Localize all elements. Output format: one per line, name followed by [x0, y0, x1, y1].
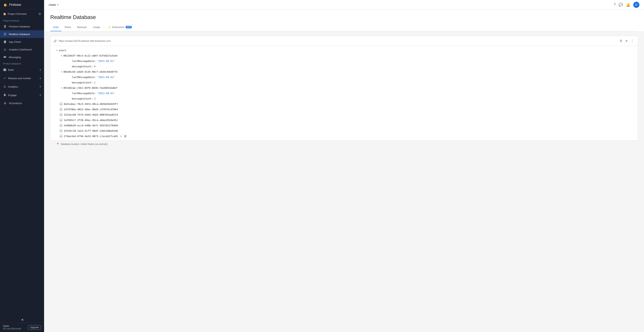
tree-row-node7: ▶ 1e35b5c7-2f36-46ac-95ca-a6ee2916e93c [50, 117, 638, 123]
spark-sublabel: No cost $0/month [3, 328, 21, 330]
node6-key: 1523ec68-f5f4-4445-9eb5-0087b5ae6574 [64, 113, 118, 116]
page-title: Realtime Database [50, 14, 638, 20]
settings-icon[interactable]: ⚙ [38, 12, 41, 16]
messaging-icon [3, 55, 7, 59]
tab-backups[interactable]: Backups [74, 24, 90, 31]
notifications-icon[interactable]: 🔔 [626, 3, 630, 7]
database-panel: 🔗 https://chatai-6a578-default-rtdb.fire… [50, 36, 638, 140]
sidebar-item-appcheck[interactable]: App Check [0, 38, 44, 46]
delete-node-button[interactable]: 🗑 [123, 134, 128, 138]
extensions-label: Extensions [112, 26, 124, 28]
node4-key: 0a51a6ac-f6c5-497e-89ca-d036d3d429f7 [64, 102, 118, 106]
project-dropdown-icon[interactable]: ▾ [57, 4, 58, 6]
tree-row-node10: ▶ 27dee3ed-6794-4e32-8873-c1aceb2fcab5 +… [50, 134, 638, 139]
chat-icon[interactable]: 💬 [619, 3, 623, 7]
upgrade-button[interactable]: Upgrade [28, 325, 41, 330]
node3-field1-key: lastMessageDate: [72, 92, 96, 95]
node3-field2-key: messagesCount: [72, 97, 93, 100]
project-overview-label: Project Overview [8, 12, 26, 15]
svg-rect-2 [4, 35, 6, 36]
firebase-title: Firebase [9, 3, 21, 6]
tree-row-node4: ▶ 0a51a6ac-f6c5-497e-89ca-d036d3d429f7 [50, 101, 638, 106]
node2-field2-key: messagesCount: [72, 81, 93, 84]
page-header: Realtime Database Data Rules Backups Usa… [44, 10, 644, 31]
build-chevron-icon: ▾ [40, 68, 41, 71]
node3-toggle[interactable]: ▾ [60, 86, 64, 90]
sidebar-analytics-dash-label: Analytics Dashboard [9, 48, 32, 51]
tab-rules[interactable]: Rules [62, 24, 74, 31]
sidebar-all-products[interactable]: ⊞ All products [0, 99, 44, 107]
root-key: users [59, 49, 66, 52]
svg-rect-0 [4, 33, 6, 33]
tree-row-node2-field2: messagesCount: 1 [50, 80, 638, 85]
help-icon[interactable]: ? [614, 3, 616, 7]
sidebar-item-messaging[interactable]: Messaging [0, 53, 44, 61]
release-label: Release and monitor [8, 77, 31, 80]
collapse-icon: ◀ [21, 318, 23, 321]
sidebar-category-engage[interactable]: Engage ▾ [0, 91, 44, 99]
build-label: Build [8, 68, 14, 71]
node6-toggle[interactable]: ▶ [60, 113, 63, 116]
link-icon: 🔗 [54, 40, 57, 42]
release-chevron-icon: ▾ [40, 77, 41, 80]
node7-key: 1e35b5c7-2f36-46ac-95ca-a6ee2916e93c [64, 119, 118, 122]
node2-key: 00edbcb4-a4e0-4134-98cf-a92bc64e07fd [64, 70, 118, 73]
node9-toggle[interactable]: ▶ [60, 129, 63, 132]
node5-toggle[interactable]: ▶ [60, 108, 63, 111]
tabs-bar: Data Rules Backups Usage ⚡ Extensions NE… [50, 24, 638, 31]
analytics-label: Analytics [8, 85, 18, 88]
engage-chevron-icon: ▾ [40, 94, 41, 96]
tab-usage[interactable]: Usage [90, 24, 103, 31]
project-name[interactable]: chatai [49, 3, 56, 6]
node1-field1-value: "2023-09-01" [97, 60, 115, 62]
location-icon: 📍 [56, 143, 59, 146]
root-toggle[interactable]: ▾ [55, 48, 59, 52]
home-icon: 🏠 [3, 12, 6, 15]
collapse-tree-icon[interactable]: ✕ [624, 38, 628, 44]
engage-label: Engage [8, 94, 17, 96]
new-badge: NEW [126, 26, 132, 28]
sidebar: Firebase 🏠 Project Overview ⚙ Project sh… [0, 0, 44, 332]
node10-toggle[interactable]: ▶ [60, 134, 63, 138]
node4-toggle[interactable]: ▶ [60, 102, 63, 106]
tree-row-node6: ▶ 1523ec68-f5f4-4445-9eb5-0087b5ae6574 [50, 112, 638, 117]
realtime-icon [3, 32, 7, 36]
svg-rect-1 [4, 34, 6, 34]
node7-toggle[interactable]: ▶ [60, 118, 63, 122]
sidebar-realtime-label: Realtime Database [9, 33, 30, 36]
database-tree: ▾ users ▾ 0012043f-99c4-4c22-a84f-63fdd2… [50, 46, 638, 140]
sidebar-category-release[interactable]: Release and monitor ▾ [0, 74, 44, 82]
avatar[interactable]: R [633, 2, 640, 8]
sidebar-category-build[interactable]: Build ▾ [0, 66, 44, 74]
analytics-chevron-icon: ▾ [40, 85, 41, 88]
firebase-logo: Firebase [3, 2, 21, 7]
project-overview-item[interactable]: 🏠 Project Overview ⚙ [0, 10, 44, 18]
node5-key: 147d786a-4822-46ec-86d3-c5767dc47044 [64, 108, 118, 111]
sidebar-header: Firebase [0, 0, 44, 10]
node8-toggle[interactable]: ▶ [60, 124, 63, 127]
collapse-sidebar-button[interactable]: ◀ [0, 316, 44, 322]
expand-icon[interactable]: ⇅ [619, 38, 623, 44]
tab-extensions[interactable]: ⚡ Extensions NEW [105, 24, 135, 31]
node1-toggle[interactable]: ▾ [60, 54, 64, 58]
node2-field1-value: "2023-09-01" [97, 76, 115, 78]
node1-field2-value: 0 [94, 65, 96, 68]
tree-row-node5: ▶ 147d786a-4822-46ec-86d3-c5767dc47044 [50, 106, 638, 112]
sidebar-item-realtime[interactable]: Realtime Database [0, 30, 44, 38]
sidebar-item-analytics-dashboard[interactable]: Analytics Dashboard [0, 46, 44, 53]
db-url-text: https://chatai-6a578-default-rtdb.fireba… [59, 40, 111, 42]
topbar: chatai ▾ ? 💬 🔔 R [44, 0, 644, 10]
sidebar-messaging-label: Messaging [9, 56, 21, 59]
tab-data[interactable]: Data [50, 24, 62, 31]
tree-row-root: ▾ users [50, 48, 638, 53]
node2-toggle[interactable]: ▾ [60, 70, 64, 74]
sidebar-appcheck-label: App Check [9, 40, 21, 43]
tree-row-node3-field2: messagesCount: 3 [50, 96, 638, 101]
grid-icon: ⊞ [3, 101, 7, 105]
engage-icon [3, 93, 6, 97]
sidebar-item-firestore[interactable]: Firestore Database [0, 22, 44, 30]
tree-row-node3-field1: lastMessageDate: "2023-09-01" [50, 90, 638, 96]
add-node-button[interactable]: + [120, 134, 122, 138]
sidebar-category-analytics[interactable]: Analytics ▾ [0, 82, 44, 91]
more-options-icon[interactable]: ⋮ [630, 38, 634, 44]
